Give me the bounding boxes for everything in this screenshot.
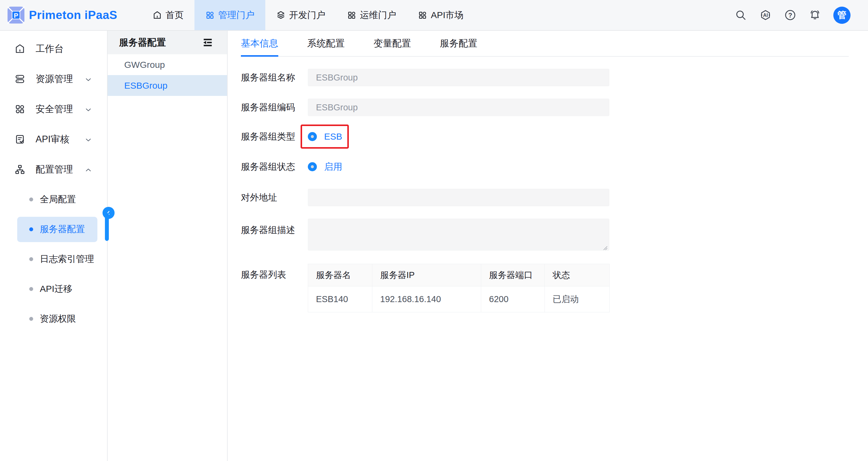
search-icon[interactable]	[735, 9, 747, 22]
top-navigation: 首页 管理门户 开发门户 运维门户 API市场	[142, 0, 474, 30]
user-avatar[interactable]: 管	[833, 7, 850, 24]
sidebar-subitem-api-migration[interactable]: API迁移	[0, 274, 107, 304]
nav-admin-portal[interactable]: 管理门户	[194, 0, 265, 30]
svg-text:P: P	[14, 12, 19, 19]
tab-basic-info[interactable]: 基本信息	[241, 31, 278, 56]
bullet-dot	[29, 257, 33, 261]
sidebar-subitem-server-config[interactable]: 服务器配置	[0, 214, 107, 244]
sidebar-subitem-global-config[interactable]: 全局配置	[0, 185, 107, 214]
group-code-input[interactable]	[308, 99, 609, 116]
table-header-row: 服务器名 服务器IP 服务器端口 状态	[308, 264, 610, 286]
chevron-down-icon	[85, 136, 92, 143]
svg-text:?: ?	[788, 11, 792, 19]
panel-title: 服务器配置	[119, 36, 202, 49]
col-server-port: 服务器端口	[481, 264, 545, 286]
col-server-ip: 服务器IP	[372, 264, 481, 286]
brand: P Primeton iPaaS	[0, 6, 142, 24]
sidebar-item-resources[interactable]: 资源管理	[0, 64, 107, 94]
grid-icon	[347, 10, 356, 20]
nav-home[interactable]: 首页	[142, 0, 194, 30]
field-label-group-type: 服务器组类型	[241, 130, 308, 143]
radio-selected-icon[interactable]	[308, 132, 317, 141]
sidebar-collapse-handle[interactable]	[102, 207, 115, 219]
ai-assistant-icon[interactable]: AI	[759, 9, 772, 22]
field-label-external-address: 对外地址	[241, 191, 308, 204]
grid-icon	[205, 10, 215, 20]
nav-ops-portal[interactable]: 运维门户	[336, 0, 407, 30]
group-status-radio-label[interactable]: 启用	[324, 161, 342, 173]
chevron-up-icon	[85, 166, 92, 173]
home-icon	[153, 10, 162, 20]
basic-info-form: 服务器组名称 服务器组编码 服务器组类型 ESB	[228, 57, 868, 312]
detail-tabs: 基本信息 系统配置 变量配置 服务配置	[241, 31, 849, 57]
tab-variable-config[interactable]: 变量配置	[374, 31, 411, 56]
sidebar-item-api-review[interactable]: API审核	[0, 124, 107, 154]
nav-api-market[interactable]: API市场	[407, 0, 474, 30]
field-label-server-list: 服务器列表	[241, 264, 308, 312]
chevron-down-icon	[85, 105, 92, 113]
svg-text:AI: AI	[763, 13, 768, 18]
server-group-item-gwgroup[interactable]: GWGroup	[107, 54, 227, 75]
help-icon[interactable]: ?	[784, 9, 797, 22]
sidebar-item-config[interactable]: 配置管理	[0, 154, 107, 185]
external-address-input[interactable]	[308, 189, 609, 206]
sidebar-item-security[interactable]: 安全管理	[0, 94, 107, 124]
logo-icon: P	[7, 6, 25, 24]
cell-server-port: 6200	[481, 286, 545, 312]
chevron-down-icon	[85, 75, 92, 83]
field-label-group-description: 服务器组描述	[241, 219, 308, 253]
group-status-radio-group: 启用	[308, 155, 342, 179]
cell-status: 已启动	[545, 286, 610, 312]
server-stack-icon	[14, 73, 25, 85]
topbar-actions: AI ? 管	[735, 7, 868, 24]
field-label-group-status: 服务器组状态	[241, 161, 308, 173]
app-grid-icon	[14, 104, 25, 115]
bullet-dot	[29, 227, 33, 231]
server-config-panel: 服务器配置 GWGroup ESBGroup	[107, 31, 228, 461]
sitemap-icon	[14, 164, 25, 175]
page-layout: 工作台 资源管理 安全管理 API审核 配置管理 全局配置 服务器	[0, 31, 868, 461]
home-icon	[14, 43, 25, 54]
group-type-radio-label[interactable]: ESB	[324, 131, 342, 142]
sidebar-subitem-resource-perms[interactable]: 资源权限	[0, 304, 107, 334]
bullet-dot	[29, 317, 33, 321]
nav-dev-portal[interactable]: 开发门户	[265, 0, 336, 30]
cell-server-name: ESB140	[308, 286, 372, 312]
table-row: ESB140 192.168.16.140 6200 已启动	[308, 286, 610, 312]
group-name-input[interactable]	[308, 69, 609, 86]
grid-icon	[418, 10, 427, 20]
cell-server-ip: 192.168.16.140	[372, 286, 481, 312]
field-label-group-name: 服务器组名称	[241, 71, 308, 84]
topbar: P Primeton iPaaS 首页 管理门户 开发门户 运维门户 API市场	[0, 0, 868, 31]
brand-name: Primeton iPaaS	[29, 8, 117, 22]
panel-header: 服务器配置	[107, 31, 227, 54]
sidebar-subitem-log-index[interactable]: 日志索引管理	[0, 244, 107, 274]
server-group-item-esbgroup[interactable]: ESBGroup	[107, 75, 227, 96]
layers-icon	[276, 10, 285, 20]
document-check-icon	[14, 134, 25, 145]
bullet-dot	[29, 197, 33, 202]
group-description-textarea[interactable]	[308, 219, 609, 250]
tab-system-config[interactable]: 系统配置	[307, 31, 345, 56]
col-status: 状态	[545, 264, 610, 286]
menu-fold-icon[interactable]	[202, 36, 214, 49]
sidebar: 工作台 资源管理 安全管理 API审核 配置管理 全局配置 服务器	[0, 31, 107, 461]
collapse-bar[interactable]	[105, 213, 109, 241]
field-label-group-code: 服务器组编码	[241, 101, 308, 114]
tab-service-config[interactable]: 服务配置	[440, 31, 477, 56]
radio-selected-icon[interactable]	[308, 162, 317, 171]
group-type-radio-group: ESB	[308, 125, 342, 149]
server-list-table: 服务器名 服务器IP 服务器端口 状态 ESB140 192.168.16.14…	[308, 264, 610, 312]
bullet-dot	[29, 287, 33, 291]
notifications-bell-icon[interactable]	[809, 9, 821, 22]
main-content: 基本信息 系统配置 变量配置 服务配置 服务器组名称 服务器组编码 服务器组类型	[228, 31, 868, 461]
sidebar-item-workbench[interactable]: 工作台	[0, 34, 107, 64]
col-server-name: 服务器名	[308, 264, 372, 286]
